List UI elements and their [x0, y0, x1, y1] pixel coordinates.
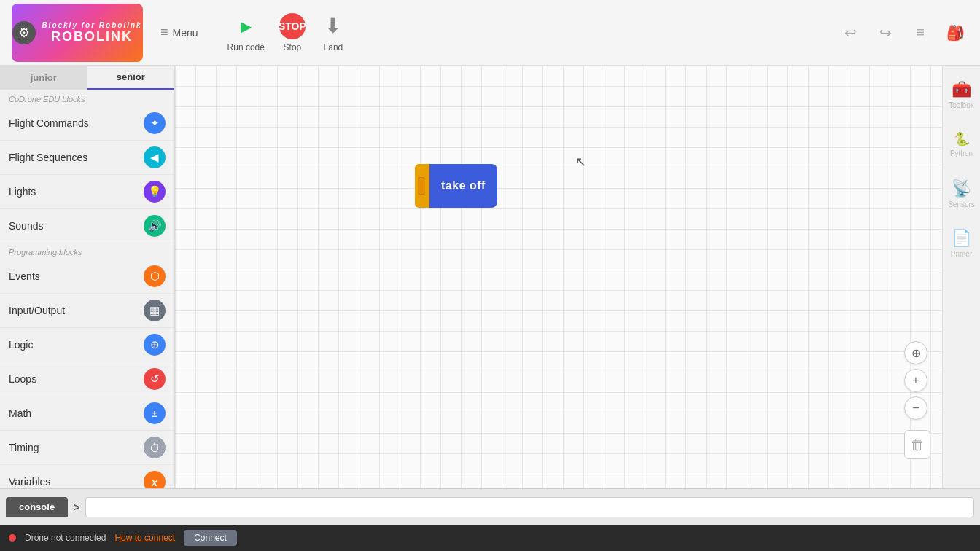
- timing-label: Timing: [9, 442, 39, 453]
- primer-icon: 📄: [952, 229, 971, 248]
- sidebar-item-flight-commands[interactable]: Flight Commands ✦: [0, 106, 174, 141]
- svg-rect-1: [418, 177, 425, 195]
- cursor: ↖: [575, 154, 586, 170]
- toolbar-actions: ▶ Run code STOP Stop ⬇ Land: [228, 13, 346, 52]
- block-label: take off: [441, 179, 486, 192]
- sounds-label: Sounds: [9, 220, 43, 232]
- menu-label: Menu: [173, 27, 198, 39]
- events-icon: ⬡: [144, 265, 166, 287]
- sidebar-item-timing[interactable]: Timing ⏱: [0, 431, 174, 465]
- console-tab[interactable]: console: [6, 497, 68, 517]
- app-logo: ⚙ Blockly for Robolink ROBOLINK: [12, 4, 143, 62]
- sidebar-item-events[interactable]: Events ⬡: [0, 259, 174, 294]
- land-button[interactable]: ⬇ Land: [320, 13, 346, 52]
- how-to-connect-link[interactable]: How to connect: [114, 533, 175, 543]
- math-icon: ±: [144, 402, 166, 424]
- sidebar-item-loops[interactable]: Loops ↺: [0, 362, 174, 396]
- trash-icon: 🗑: [910, 437, 925, 453]
- sounds-icon: 🔊: [144, 215, 166, 237]
- loops-icon: ↺: [144, 368, 166, 390]
- run-code-button[interactable]: ▶ Run code: [228, 13, 265, 52]
- python-panel-button[interactable]: 🐍 Python: [944, 121, 979, 168]
- sensors-icon: 📡: [952, 179, 971, 198]
- options-icon: ≡: [916, 24, 925, 41]
- flight-commands-icon: ✦: [144, 112, 166, 134]
- main-content: junior senior CoDrone EDU blocks Flight …: [0, 66, 980, 488]
- stop-icon: STOP: [279, 13, 306, 39]
- loops-label: Loops: [9, 373, 36, 385]
- toolbox-icon: 🧰: [952, 80, 971, 99]
- undo-button[interactable]: ↩: [837, 20, 863, 46]
- console-tab-label: console: [19, 501, 55, 512]
- toolbox-panel-button[interactable]: 🧰 Toolbox: [944, 71, 979, 118]
- sidebar-item-sounds[interactable]: Sounds 🔊: [0, 209, 174, 243]
- trash-button[interactable]: 🗑: [904, 430, 930, 459]
- zoom-out-button[interactable]: −: [904, 396, 928, 420]
- take-off-block[interactable]: take off: [415, 164, 497, 208]
- variables-label: Variables: [9, 476, 50, 488]
- svg-rect-0: [415, 164, 429, 208]
- sidebar-item-math[interactable]: Math ±: [0, 396, 174, 431]
- flight-sequences-label: Flight Sequences: [9, 152, 88, 163]
- codrone-section-label: CoDrone EDU blocks: [0, 90, 174, 106]
- undo-icon: ↩: [844, 24, 857, 42]
- canvas-area[interactable]: take off ↖ ⊕ + − 🗑: [175, 66, 942, 488]
- console-input[interactable]: [85, 497, 974, 517]
- options-button[interactable]: ≡: [907, 20, 933, 46]
- sidebar: junior senior CoDrone EDU blocks Flight …: [0, 66, 175, 488]
- sensors-label: Sensors: [948, 200, 975, 208]
- stop-button[interactable]: STOP Stop: [279, 13, 306, 52]
- python-icon: 🐍: [954, 131, 970, 147]
- stop-label: Stop: [284, 42, 302, 52]
- sidebar-item-logic[interactable]: Logic ⊕: [0, 328, 174, 362]
- bottom-bar: console >: [0, 488, 980, 525]
- redo-button[interactable]: ↪: [872, 20, 898, 46]
- logic-icon: ⊕: [144, 334, 166, 356]
- block-body: take off: [429, 164, 497, 208]
- sidebar-item-variables[interactable]: Variables x: [0, 465, 174, 488]
- python-label: Python: [950, 149, 973, 157]
- right-panel: 🧰 Toolbox 🐍 Python 📡 Sensors 📄 Primer: [942, 66, 980, 488]
- programming-section-label: Programming blocks: [0, 243, 174, 259]
- center-icon: ⊕: [911, 346, 921, 360]
- block-notch: [415, 164, 429, 208]
- bag-button[interactable]: 🎒: [942, 20, 968, 46]
- tab-junior[interactable]: junior: [0, 66, 88, 90]
- variables-icon: x: [144, 471, 166, 488]
- timing-icon: ⏱: [144, 437, 166, 458]
- sidebar-item-lights[interactable]: Lights 💡: [0, 175, 174, 209]
- menu-button[interactable]: ≡ Menu: [160, 25, 198, 40]
- land-label: Land: [324, 42, 343, 52]
- canvas-controls: ⊕ + − 🗑: [904, 341, 930, 459]
- bag-icon: 🎒: [946, 24, 965, 42]
- notch-svg: [415, 164, 429, 208]
- toolbar: ⚙ Blockly for Robolink ROBOLINK ≡ Menu ▶…: [0, 0, 980, 66]
- center-view-button[interactable]: ⊕: [904, 341, 928, 364]
- lights-label: Lights: [9, 186, 36, 198]
- flight-sequences-icon: ◀: [144, 146, 166, 168]
- connection-status-text: Drone not connected: [25, 533, 106, 543]
- connect-button[interactable]: Connect: [184, 530, 237, 546]
- tab-senior[interactable]: senior: [88, 66, 175, 90]
- logo-gear-icon: ⚙: [12, 21, 36, 44]
- sidebar-item-input-output[interactable]: Input/Output ▦: [0, 294, 174, 328]
- hamburger-icon: ≡: [160, 25, 168, 40]
- console-prompt: >: [74, 501, 79, 513]
- math-label: Math: [9, 407, 31, 419]
- zoom-in-button[interactable]: +: [904, 369, 928, 392]
- run-code-label: Run code: [228, 42, 265, 52]
- flight-commands-label: Flight Commands: [9, 117, 89, 129]
- zoom-in-icon: +: [912, 374, 919, 387]
- lights-icon: 💡: [144, 181, 166, 203]
- sidebar-item-flight-sequences[interactable]: Flight Sequences ◀: [0, 141, 174, 175]
- status-bar: Drone not connected How to connect Conne…: [0, 525, 980, 551]
- logic-label: Logic: [9, 339, 33, 351]
- connection-status-dot: [9, 534, 16, 542]
- sensors-panel-button[interactable]: 📡 Sensors: [944, 171, 979, 217]
- toolbar-right: ↩ ↪ ≡ 🎒: [837, 20, 968, 46]
- primer-panel-button[interactable]: 📄 Primer: [944, 220, 979, 267]
- land-icon: ⬇: [320, 13, 346, 39]
- primer-label: Primer: [951, 250, 972, 258]
- zoom-out-icon: −: [912, 402, 919, 415]
- input-output-label: Input/Output: [9, 305, 65, 316]
